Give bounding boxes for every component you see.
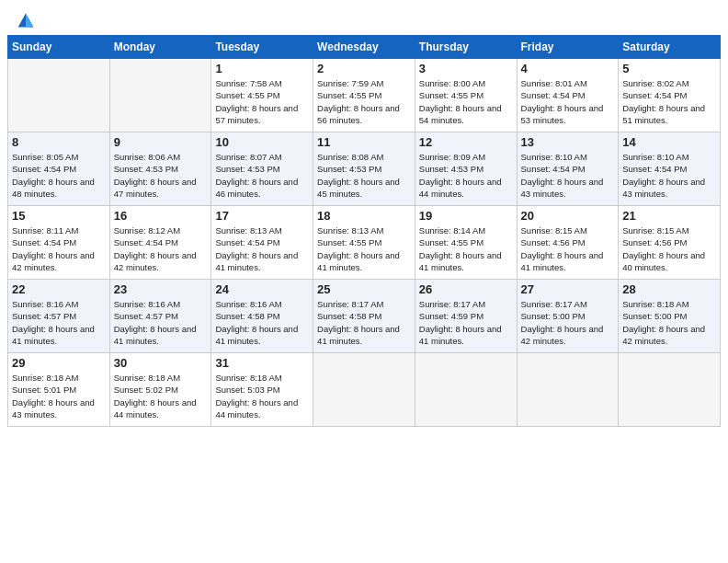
sunrise: Sunrise: 8:06 AM <box>114 151 208 163</box>
empty-cell <box>313 353 415 427</box>
calendar-week-0: 1 Sunrise: 7:58 AM Sunset: 4:55 PM Dayli… <box>8 59 721 132</box>
sunrise: Sunrise: 8:17 AM <box>419 298 513 310</box>
sunrise: Sunrise: 8:14 AM <box>419 224 513 236</box>
day-info: Sunrise: 8:10 AM Sunset: 4:54 PM Dayligh… <box>622 151 716 200</box>
sunrise: Sunrise: 8:15 AM <box>521 224 615 236</box>
sunrise: Sunrise: 8:10 AM <box>521 151 615 163</box>
day-cell-24: 24 Sunrise: 8:16 AM Sunset: 4:58 PM Dayl… <box>211 280 313 353</box>
day-info: Sunrise: 8:00 AM Sunset: 4:55 PM Dayligh… <box>419 77 513 126</box>
daylight: Daylight: 8 hours and 42 minutes. <box>12 249 106 274</box>
day-cell-8: 8 Sunrise: 8:05 AM Sunset: 4:54 PM Dayli… <box>8 132 110 206</box>
day-info: Sunrise: 8:18 AM Sunset: 5:02 PM Dayligh… <box>114 372 208 420</box>
svg-marker-1 <box>26 14 33 28</box>
day-number: 11 <box>317 135 411 149</box>
day-cell-5: 5 Sunrise: 8:02 AM Sunset: 4:54 PM Dayli… <box>619 59 721 132</box>
daylight: Daylight: 8 hours and 53 minutes. <box>521 102 615 127</box>
day-cell-2: 2 Sunrise: 7:59 AM Sunset: 4:55 PM Dayli… <box>313 59 415 132</box>
daylight: Daylight: 8 hours and 41 minutes. <box>215 323 309 348</box>
day-number: 31 <box>215 356 309 370</box>
day-info: Sunrise: 8:13 AM Sunset: 4:55 PM Dayligh… <box>317 224 411 273</box>
day-info: Sunrise: 8:17 AM Sunset: 5:00 PM Dayligh… <box>521 298 615 347</box>
sunset: Sunset: 5:00 PM <box>521 310 615 322</box>
day-info: Sunrise: 8:06 AM Sunset: 4:53 PM Dayligh… <box>114 151 208 200</box>
daylight: Daylight: 8 hours and 40 minutes. <box>622 249 716 274</box>
daylight: Daylight: 8 hours and 54 minutes. <box>419 102 513 127</box>
day-cell-15: 15 Sunrise: 8:11 AM Sunset: 4:54 PM Dayl… <box>8 206 110 280</box>
day-cell-9: 9 Sunrise: 8:06 AM Sunset: 4:53 PM Dayli… <box>109 132 211 206</box>
empty-cell <box>8 59 110 132</box>
day-info: Sunrise: 8:10 AM Sunset: 4:54 PM Dayligh… <box>521 151 615 200</box>
sunset: Sunset: 4:54 PM <box>114 236 208 248</box>
calendar: SundayMondayTuesdayWednesdayThursdayFrid… <box>0 35 728 563</box>
day-number: 24 <box>215 282 309 296</box>
daylight: Daylight: 8 hours and 46 minutes. <box>215 176 309 201</box>
daylight: Daylight: 8 hours and 56 minutes. <box>317 102 411 127</box>
day-cell-12: 12 Sunrise: 8:09 AM Sunset: 4:53 PM Dayl… <box>415 132 517 206</box>
day-cell-10: 10 Sunrise: 8:07 AM Sunset: 4:53 PM Dayl… <box>211 132 313 206</box>
col-header-tuesday: Tuesday <box>211 36 313 59</box>
day-cell-30: 30 Sunrise: 8:18 AM Sunset: 5:02 PM Dayl… <box>109 353 211 427</box>
sunrise: Sunrise: 8:11 AM <box>12 224 106 236</box>
day-info: Sunrise: 8:07 AM Sunset: 4:53 PM Dayligh… <box>215 151 309 200</box>
col-header-thursday: Thursday <box>415 36 517 59</box>
sunrise: Sunrise: 8:08 AM <box>317 151 411 163</box>
day-cell-29: 29 Sunrise: 8:18 AM Sunset: 5:01 PM Dayl… <box>8 353 110 427</box>
day-number: 4 <box>521 62 615 75</box>
daylight: Daylight: 8 hours and 45 minutes. <box>317 176 411 201</box>
day-info: Sunrise: 8:08 AM Sunset: 4:53 PM Dayligh… <box>317 151 411 200</box>
day-info: Sunrise: 8:14 AM Sunset: 4:55 PM Dayligh… <box>419 224 513 273</box>
col-header-monday: Monday <box>109 36 211 59</box>
day-number: 28 <box>622 282 716 296</box>
day-number: 26 <box>419 282 513 296</box>
sunset: Sunset: 4:56 PM <box>521 236 615 248</box>
day-number: 18 <box>317 209 411 223</box>
day-info: Sunrise: 8:18 AM Sunset: 5:03 PM Dayligh… <box>215 372 309 420</box>
sunrise: Sunrise: 8:15 AM <box>622 224 716 236</box>
calendar-week-2: 15 Sunrise: 8:11 AM Sunset: 4:54 PM Dayl… <box>8 206 721 280</box>
day-number: 23 <box>114 282 208 296</box>
day-cell-27: 27 Sunrise: 8:17 AM Sunset: 5:00 PM Dayl… <box>517 280 619 353</box>
day-info: Sunrise: 8:15 AM Sunset: 4:56 PM Dayligh… <box>622 224 716 273</box>
daylight: Daylight: 8 hours and 44 minutes. <box>419 176 513 201</box>
logo <box>15 11 35 29</box>
sunrise: Sunrise: 8:16 AM <box>12 298 106 310</box>
sunrise: Sunrise: 8:18 AM <box>114 372 208 384</box>
day-info: Sunrise: 8:17 AM Sunset: 4:59 PM Dayligh… <box>419 298 513 347</box>
sunset: Sunset: 5:00 PM <box>622 310 716 322</box>
sunset: Sunset: 4:58 PM <box>317 310 411 322</box>
daylight: Daylight: 8 hours and 41 minutes. <box>419 249 513 274</box>
sunset: Sunset: 5:01 PM <box>12 384 106 396</box>
sunrise: Sunrise: 8:17 AM <box>317 298 411 310</box>
daylight: Daylight: 8 hours and 41 minutes. <box>114 323 208 348</box>
daylight: Daylight: 8 hours and 51 minutes. <box>622 102 716 127</box>
day-cell-14: 14 Sunrise: 8:10 AM Sunset: 4:54 PM Dayl… <box>619 132 721 206</box>
day-cell-18: 18 Sunrise: 8:13 AM Sunset: 4:55 PM Dayl… <box>313 206 415 280</box>
day-number: 17 <box>215 209 309 223</box>
daylight: Daylight: 8 hours and 42 minutes. <box>622 323 716 348</box>
day-info: Sunrise: 8:16 AM Sunset: 4:58 PM Dayligh… <box>215 298 309 347</box>
sunset: Sunset: 5:03 PM <box>215 384 309 396</box>
sunset: Sunset: 4:54 PM <box>521 89 615 101</box>
day-number: 12 <box>419 135 513 149</box>
day-info: Sunrise: 8:16 AM Sunset: 4:57 PM Dayligh… <box>12 298 106 347</box>
day-number: 13 <box>521 135 615 149</box>
day-number: 21 <box>622 209 716 223</box>
sunset: Sunset: 5:02 PM <box>114 384 208 396</box>
sunrise: Sunrise: 7:58 AM <box>215 77 309 89</box>
daylight: Daylight: 8 hours and 47 minutes. <box>114 176 208 201</box>
day-info: Sunrise: 8:12 AM Sunset: 4:54 PM Dayligh… <box>114 224 208 273</box>
day-info: Sunrise: 8:02 AM Sunset: 4:54 PM Dayligh… <box>622 77 716 126</box>
day-cell-28: 28 Sunrise: 8:18 AM Sunset: 5:00 PM Dayl… <box>619 280 721 353</box>
day-info: Sunrise: 8:11 AM Sunset: 4:54 PM Dayligh… <box>12 224 106 273</box>
daylight: Daylight: 8 hours and 48 minutes. <box>12 176 106 201</box>
sunrise: Sunrise: 8:07 AM <box>215 151 309 163</box>
day-info: Sunrise: 7:59 AM Sunset: 4:55 PM Dayligh… <box>317 77 411 126</box>
logo-icon <box>17 11 35 29</box>
day-cell-25: 25 Sunrise: 8:17 AM Sunset: 4:58 PM Dayl… <box>313 280 415 353</box>
col-header-friday: Friday <box>517 36 619 59</box>
day-cell-1: 1 Sunrise: 7:58 AM Sunset: 4:55 PM Dayli… <box>211 59 313 132</box>
day-number: 20 <box>521 209 615 223</box>
daylight: Daylight: 8 hours and 42 minutes. <box>521 323 615 348</box>
day-info: Sunrise: 8:01 AM Sunset: 4:54 PM Dayligh… <box>521 77 615 126</box>
sunrise: Sunrise: 8:02 AM <box>622 77 716 89</box>
